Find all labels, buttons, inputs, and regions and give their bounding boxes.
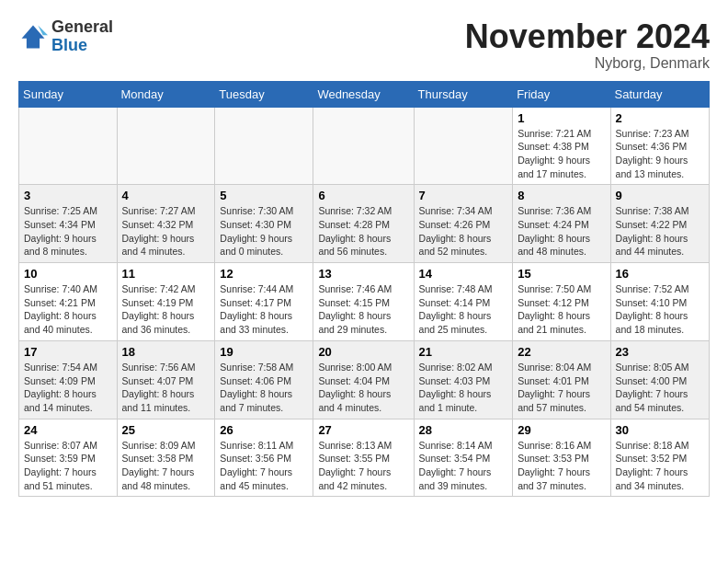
calendar-cell: 23Sunrise: 8:05 AMSunset: 4:00 PMDayligh… (610, 340, 709, 419)
day-number: 10 (24, 267, 112, 281)
weekday-header-thursday: Thursday (414, 81, 513, 107)
calendar-body: 1Sunrise: 7:21 AMSunset: 4:38 PMDaylight… (19, 107, 710, 497)
day-info: Sunrise: 7:34 AMSunset: 4:26 PMDaylight:… (419, 204, 508, 259)
day-number: 3 (24, 189, 112, 202)
day-number: 21 (419, 345, 508, 359)
calendar-cell (117, 107, 215, 185)
day-number: 22 (518, 345, 605, 359)
calendar-cell: 22Sunrise: 8:04 AMSunset: 4:01 PMDayligh… (513, 340, 610, 419)
day-info: Sunrise: 8:14 AMSunset: 3:54 PMDaylight:… (419, 439, 508, 493)
day-number: 15 (518, 267, 605, 281)
day-info: Sunrise: 7:54 AMSunset: 4:09 PMDaylight:… (24, 361, 112, 415)
calendar-cell: 14Sunrise: 7:48 AMSunset: 4:14 PMDayligh… (414, 263, 513, 341)
calendar-cell: 5Sunrise: 7:30 AMSunset: 4:30 PMDaylight… (215, 185, 313, 263)
day-number: 30 (616, 423, 704, 437)
weekday-header-sunday: Sunday (19, 81, 118, 107)
day-info: Sunrise: 7:48 AMSunset: 4:14 PMDaylight:… (419, 282, 508, 337)
day-number: 7 (419, 189, 508, 202)
calendar-cell (19, 107, 118, 185)
day-info: Sunrise: 7:36 AMSunset: 4:24 PMDaylight:… (518, 204, 605, 259)
day-info: Sunrise: 7:38 AMSunset: 4:22 PMDaylight:… (616, 204, 704, 259)
calendar-week-row: 3Sunrise: 7:25 AMSunset: 4:34 PMDaylight… (19, 185, 710, 263)
calendar-week-row: 10Sunrise: 7:40 AMSunset: 4:21 PMDayligh… (19, 263, 710, 341)
logo-icon (18, 22, 48, 52)
day-info: Sunrise: 8:09 AMSunset: 3:58 PMDaylight:… (122, 439, 210, 493)
day-info: Sunrise: 7:21 AMSunset: 4:38 PMDaylight:… (518, 127, 605, 181)
weekday-header-monday: Monday (117, 81, 215, 107)
day-info: Sunrise: 7:30 AMSunset: 4:30 PMDaylight:… (220, 204, 308, 259)
calendar-week-row: 1Sunrise: 7:21 AMSunset: 4:38 PMDaylight… (19, 107, 710, 185)
day-info: Sunrise: 8:05 AMSunset: 4:00 PMDaylight:… (616, 361, 704, 415)
day-number: 11 (122, 267, 210, 281)
day-number: 23 (616, 345, 704, 359)
logo: General Blue (18, 18, 113, 55)
day-number: 20 (318, 345, 408, 359)
location-text: Nyborg, Denmark (465, 55, 710, 72)
day-info: Sunrise: 8:16 AMSunset: 3:53 PMDaylight:… (518, 439, 605, 493)
calendar-cell: 25Sunrise: 8:09 AMSunset: 3:58 PMDayligh… (117, 419, 215, 497)
calendar-cell: 11Sunrise: 7:42 AMSunset: 4:19 PMDayligh… (117, 263, 215, 341)
calendar-cell: 12Sunrise: 7:44 AMSunset: 4:17 PMDayligh… (215, 263, 313, 341)
weekday-header-wednesday: Wednesday (313, 81, 414, 107)
day-number: 5 (220, 189, 308, 202)
weekday-header-friday: Friday (513, 81, 610, 107)
weekday-header-tuesday: Tuesday (215, 81, 313, 107)
calendar-cell: 27Sunrise: 8:13 AMSunset: 3:55 PMDayligh… (313, 419, 414, 497)
day-number: 6 (318, 189, 408, 202)
day-number: 4 (122, 189, 210, 202)
day-number: 2 (616, 111, 704, 125)
day-info: Sunrise: 8:04 AMSunset: 4:01 PMDaylight:… (518, 361, 605, 415)
calendar-cell: 2Sunrise: 7:23 AMSunset: 4:36 PMDaylight… (610, 107, 709, 185)
calendar-cell: 29Sunrise: 8:16 AMSunset: 3:53 PMDayligh… (513, 419, 610, 497)
calendar-cell (313, 107, 414, 185)
day-number: 12 (220, 267, 308, 281)
page-header: General Blue November 2024 Nyborg, Denma… (18, 18, 710, 72)
calendar-cell: 16Sunrise: 7:52 AMSunset: 4:10 PMDayligh… (610, 263, 709, 341)
day-number: 19 (220, 345, 308, 359)
calendar-cell: 28Sunrise: 8:14 AMSunset: 3:54 PMDayligh… (414, 419, 513, 497)
calendar-table: SundayMondayTuesdayWednesdayThursdayFrid… (18, 81, 710, 498)
calendar-cell: 6Sunrise: 7:32 AMSunset: 4:28 PMDaylight… (313, 185, 414, 263)
day-number: 8 (518, 189, 605, 202)
day-number: 18 (122, 345, 210, 359)
day-number: 17 (24, 345, 112, 359)
calendar-week-row: 17Sunrise: 7:54 AMSunset: 4:09 PMDayligh… (19, 340, 710, 419)
calendar-header: SundayMondayTuesdayWednesdayThursdayFrid… (19, 81, 710, 107)
calendar-cell: 7Sunrise: 7:34 AMSunset: 4:26 PMDaylight… (414, 185, 513, 263)
day-number: 27 (318, 423, 408, 437)
day-number: 29 (518, 423, 605, 437)
month-title: November 2024 (465, 18, 710, 55)
day-number: 28 (419, 423, 508, 437)
calendar-cell: 19Sunrise: 7:58 AMSunset: 4:06 PMDayligh… (215, 340, 313, 419)
calendar-week-row: 24Sunrise: 8:07 AMSunset: 3:59 PMDayligh… (19, 419, 710, 497)
weekday-header-saturday: Saturday (610, 81, 709, 107)
logo-blue-text: Blue (51, 37, 113, 55)
day-info: Sunrise: 8:00 AMSunset: 4:04 PMDaylight:… (318, 361, 408, 415)
day-info: Sunrise: 7:46 AMSunset: 4:15 PMDaylight:… (318, 282, 408, 337)
title-block: November 2024 Nyborg, Denmark (465, 18, 710, 72)
day-number: 16 (616, 267, 704, 281)
day-info: Sunrise: 8:18 AMSunset: 3:52 PMDaylight:… (616, 439, 704, 493)
calendar-cell: 4Sunrise: 7:27 AMSunset: 4:32 PMDaylight… (117, 185, 215, 263)
calendar-cell: 15Sunrise: 7:50 AMSunset: 4:12 PMDayligh… (513, 263, 610, 341)
day-number: 26 (220, 423, 308, 437)
calendar-cell (414, 107, 513, 185)
day-info: Sunrise: 7:56 AMSunset: 4:07 PMDaylight:… (122, 361, 210, 415)
day-info: Sunrise: 7:23 AMSunset: 4:36 PMDaylight:… (616, 127, 704, 181)
calendar-cell: 1Sunrise: 7:21 AMSunset: 4:38 PMDaylight… (513, 107, 610, 185)
calendar-cell: 30Sunrise: 8:18 AMSunset: 3:52 PMDayligh… (610, 419, 709, 497)
day-info: Sunrise: 8:02 AMSunset: 4:03 PMDaylight:… (419, 361, 508, 415)
calendar-cell: 8Sunrise: 7:36 AMSunset: 4:24 PMDaylight… (513, 185, 610, 263)
day-info: Sunrise: 7:27 AMSunset: 4:32 PMDaylight:… (122, 204, 210, 259)
calendar-cell: 3Sunrise: 7:25 AMSunset: 4:34 PMDaylight… (19, 185, 118, 263)
day-info: Sunrise: 7:40 AMSunset: 4:21 PMDaylight:… (24, 282, 112, 337)
day-info: Sunrise: 7:52 AMSunset: 4:10 PMDaylight:… (616, 282, 704, 337)
day-info: Sunrise: 7:25 AMSunset: 4:34 PMDaylight:… (24, 204, 112, 259)
calendar-cell: 18Sunrise: 7:56 AMSunset: 4:07 PMDayligh… (117, 340, 215, 419)
day-info: Sunrise: 8:11 AMSunset: 3:56 PMDaylight:… (220, 439, 308, 493)
calendar-cell: 9Sunrise: 7:38 AMSunset: 4:22 PMDaylight… (610, 185, 709, 263)
day-number: 24 (24, 423, 112, 437)
day-number: 14 (419, 267, 508, 281)
calendar-cell: 20Sunrise: 8:00 AMSunset: 4:04 PMDayligh… (313, 340, 414, 419)
day-info: Sunrise: 7:32 AMSunset: 4:28 PMDaylight:… (318, 204, 408, 259)
